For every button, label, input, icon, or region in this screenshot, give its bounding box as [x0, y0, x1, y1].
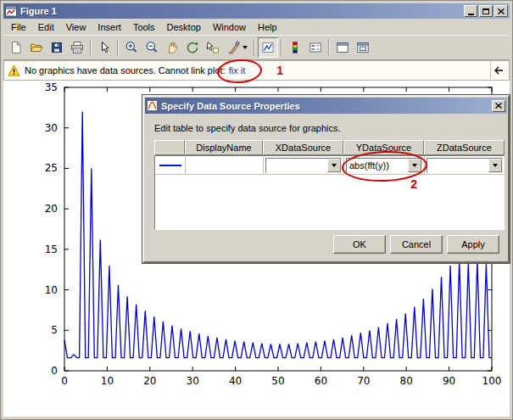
- figure-window-icon: [5, 5, 17, 17]
- x-tick-label: 0: [61, 375, 68, 387]
- zdatasource-cell: [425, 156, 505, 175]
- dialog-buttons: OK Cancel Apply: [333, 235, 499, 254]
- xdatasource-cell: [264, 156, 344, 175]
- zoom-out-icon: [145, 41, 159, 54]
- y-tick-label: 15: [45, 244, 58, 255]
- open-file-icon: [30, 41, 43, 54]
- zoom-in-button[interactable]: [121, 37, 142, 58]
- pan-hand-icon: [165, 41, 179, 54]
- displayname-cell[interactable]: [186, 156, 264, 175]
- menu-edit[interactable]: Edit: [32, 20, 60, 35]
- rotate-3d-icon: [186, 41, 199, 54]
- x-tick-label: 70: [357, 375, 370, 387]
- close-button[interactable]: [494, 5, 508, 17]
- fix-it-link-label[interactable]: fix it: [229, 65, 246, 76]
- ydatasource-combobox[interactable]: abs(fft(y)): [346, 158, 422, 173]
- y-tick-label: 10: [45, 284, 58, 296]
- print-figure-button[interactable]: [67, 37, 87, 58]
- menu-help[interactable]: Help: [252, 20, 283, 35]
- ok-button[interactable]: OK: [333, 235, 386, 254]
- pointer-button[interactable]: [94, 37, 114, 58]
- chevron-down-icon: [493, 164, 498, 167]
- link-plot-icon: [261, 41, 275, 54]
- new-figure-button[interactable]: [6, 37, 26, 58]
- figure-window: Figure 1 File Edit View Insert Tools Des…: [0, 0, 513, 420]
- insert-colorbar-icon: [288, 41, 302, 54]
- data-source-table: DisplayName XDataSource YDataSource ZDat…: [154, 140, 505, 230]
- brush-dropdown-arrow-icon[interactable]: [243, 46, 248, 49]
- xdatasource-dropdown-button[interactable]: [327, 159, 341, 172]
- menu-window[interactable]: Window: [207, 20, 252, 35]
- dialog-close-button[interactable]: [492, 100, 505, 112]
- zdatasource-value[interactable]: [427, 159, 488, 172]
- zoom-out-button[interactable]: [142, 37, 162, 58]
- insert-legend-button[interactable]: [305, 37, 326, 58]
- chevron-down-icon: [412, 164, 417, 167]
- dialog-instruction: Edit table to specify data source for gr…: [144, 115, 508, 140]
- save-figure-icon: [50, 41, 64, 54]
- toolbar-separator: [117, 39, 119, 56]
- column-header-blank: [154, 140, 185, 155]
- toolbar-separator: [328, 39, 330, 56]
- menu-desktop[interactable]: Desktop: [161, 20, 207, 35]
- ydatasource-cell: abs(fft(y)) 2: [344, 156, 425, 175]
- annotation-number-1: 1: [276, 64, 283, 77]
- link-plot-button[interactable]: [258, 37, 278, 58]
- line-swatch-icon: [159, 165, 181, 166]
- menu-tools[interactable]: Tools: [127, 20, 161, 35]
- rotate-3d-button[interactable]: [182, 37, 203, 58]
- brush-button[interactable]: [223, 37, 251, 58]
- table-header: DisplayName XDataSource YDataSource ZDat…: [154, 140, 505, 155]
- apply-button[interactable]: Apply: [447, 235, 499, 254]
- titlebar[interactable]: Figure 1: [3, 3, 510, 19]
- y-tick-label: 35: [45, 81, 58, 93]
- annotation-number-2: 2: [410, 177, 417, 191]
- show-plot-tools-dock-button[interactable]: [353, 37, 373, 58]
- maximize-button[interactable]: [479, 5, 493, 17]
- chevron-down-icon: [332, 164, 337, 167]
- ydatasource-dropdown-button[interactable]: [408, 159, 421, 172]
- dialog-titlebar[interactable]: Specify Data Source Properties: [145, 98, 507, 114]
- x-tick-label: 50: [271, 375, 284, 387]
- x-tick-label: 10: [101, 375, 114, 387]
- ydatasource-value[interactable]: abs(fft(y)): [347, 159, 408, 172]
- maximize-icon: [482, 8, 489, 14]
- zdatasource-combobox[interactable]: [427, 158, 503, 173]
- column-header-displayname: DisplayName: [185, 140, 263, 155]
- data-cursor-button[interactable]: [203, 37, 223, 58]
- pointer-icon: [98, 41, 111, 54]
- x-tick-label: 40: [229, 375, 242, 387]
- y-tick-label: 5: [51, 324, 58, 336]
- xdatasource-combobox[interactable]: [265, 158, 342, 173]
- y-tick-label: 20: [45, 203, 58, 215]
- fix-it-link[interactable]: fix it: [229, 65, 246, 76]
- save-figure-button[interactable]: [47, 37, 67, 58]
- x-tick-label: 60: [315, 375, 327, 387]
- menu-insert[interactable]: Insert: [92, 20, 127, 35]
- hide-message-bar-button[interactable]: [490, 62, 505, 79]
- dialog-body: Edit table to specify data source for gr…: [144, 115, 508, 260]
- xdatasource-value[interactable]: [266, 159, 327, 172]
- dialog-close-icon: [495, 103, 502, 109]
- y-tick-label: 30: [45, 122, 58, 134]
- cancel-button[interactable]: Cancel: [390, 235, 443, 254]
- x-tick-label: 30: [187, 375, 199, 387]
- zdatasource-dropdown-button[interactable]: [488, 159, 502, 172]
- warning-icon: [8, 64, 20, 77]
- new-figure-icon: [9, 41, 23, 54]
- table-row: abs(fft(y)) 2: [155, 156, 504, 175]
- link-plot-message: No graphics have data sources. Cannot li…: [25, 65, 226, 76]
- open-file-button[interactable]: [26, 37, 47, 58]
- menu-view[interactable]: View: [60, 20, 92, 35]
- toolbar-separator: [254, 39, 255, 56]
- minimize-button[interactable]: [464, 5, 477, 17]
- left-arrow-icon: [493, 65, 504, 76]
- pan-button[interactable]: [162, 37, 182, 58]
- print-figure-icon: [70, 41, 84, 54]
- link-plot-message-bar: No graphics have data sources. Cannot li…: [3, 60, 510, 81]
- menu-file[interactable]: File: [5, 20, 32, 35]
- hide-plot-tools-button[interactable]: [332, 37, 353, 58]
- x-tick-label: 80: [400, 375, 413, 387]
- toolbar-separator: [90, 39, 92, 56]
- insert-colorbar-button[interactable]: [285, 37, 305, 58]
